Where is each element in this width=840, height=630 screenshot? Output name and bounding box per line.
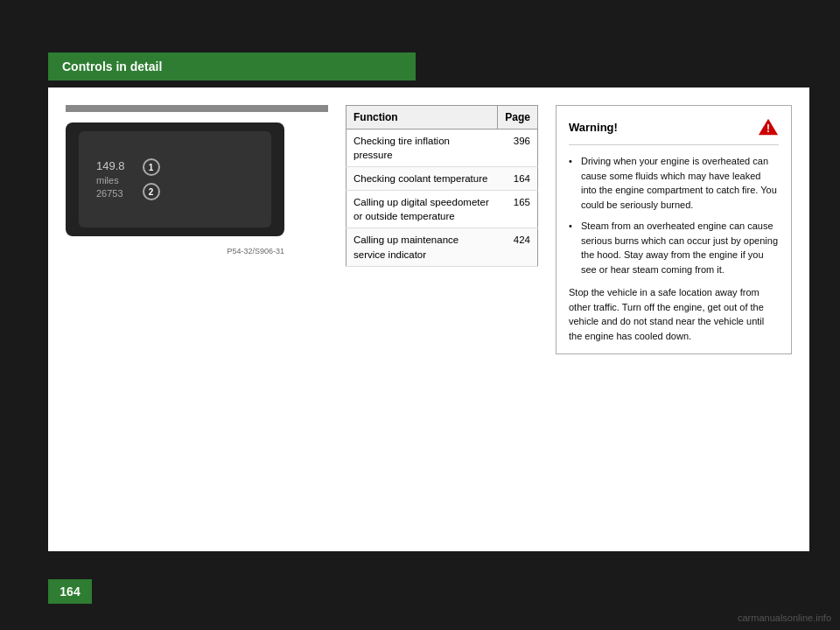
- page-cell: 396: [498, 130, 538, 167]
- col-function-header: Function: [346, 106, 498, 130]
- warning-bullet-1: Driving when your engine is overheated c…: [569, 154, 779, 212]
- content-area: 149.8 miles 26753 1 2 P54-32/S906-31: [48, 88, 809, 551]
- warning-title: Warning!: [569, 121, 618, 134]
- watermark: carmanualsonline.info: [738, 612, 831, 623]
- instrument-image: 149.8 miles 26753 1 2: [66, 122, 284, 236]
- odometer-value: 26753: [96, 187, 125, 200]
- page-number: 164: [48, 579, 92, 604]
- warning-paragraph: Stop the vehicle in a safe location away…: [569, 285, 779, 343]
- warning-icon: !: [758, 116, 779, 137]
- function-cell: Checking tire inflation pressure: [346, 130, 498, 167]
- table-row: Checking tire inflation pressure396: [346, 130, 538, 167]
- function-cell: Checking coolant temperature: [346, 167, 498, 191]
- right-panel: Warning! ! Driving when your engine is o…: [556, 105, 792, 534]
- warning-bullets: Driving when your engine is overheated c…: [569, 154, 779, 276]
- gray-divider: [66, 105, 328, 112]
- warning-box: Warning! ! Driving when your engine is o…: [556, 105, 792, 354]
- badge-1: 1: [143, 158, 160, 176]
- function-table: Function Page Checking tire inflation pr…: [346, 105, 538, 267]
- function-table-panel: Function Page Checking tire inflation pr…: [346, 105, 538, 534]
- col-page-header: Page: [498, 106, 538, 130]
- triangle-warning-icon: !: [758, 116, 779, 137]
- miles-value: 149.8: [96, 158, 125, 174]
- table-row: Checking coolant temperature164: [346, 167, 538, 191]
- function-cell: Calling up digital speedometer or outsid…: [346, 191, 498, 228]
- instrument-display: 149.8 miles 26753: [96, 158, 125, 201]
- function-cell: Calling up maintenance service indicator: [346, 228, 498, 266]
- warning-bullet-2: Steam from an overheated engine can caus…: [569, 219, 779, 276]
- header-title: Controls in detail: [62, 60, 162, 74]
- page-cell: 424: [498, 228, 538, 266]
- instrument-inner: 149.8 miles 26753 1 2: [79, 131, 271, 228]
- warning-header: Warning! !: [569, 116, 779, 145]
- svg-text:!: !: [766, 122, 770, 135]
- table-row: Calling up maintenance service indicator…: [346, 228, 538, 266]
- table-row: Calling up digital speedometer or outsid…: [346, 191, 538, 228]
- image-caption: P54-32/S906-31: [66, 247, 284, 256]
- instrument-badges: 1 2: [143, 158, 160, 200]
- left-panel: 149.8 miles 26753 1 2 P54-32/S906-31: [66, 105, 328, 534]
- page-cell: 164: [498, 167, 538, 191]
- badge-2: 2: [143, 183, 160, 200]
- header-bar: Controls in detail: [48, 52, 416, 80]
- page-cell: 165: [498, 191, 538, 228]
- miles-label: miles: [96, 174, 125, 187]
